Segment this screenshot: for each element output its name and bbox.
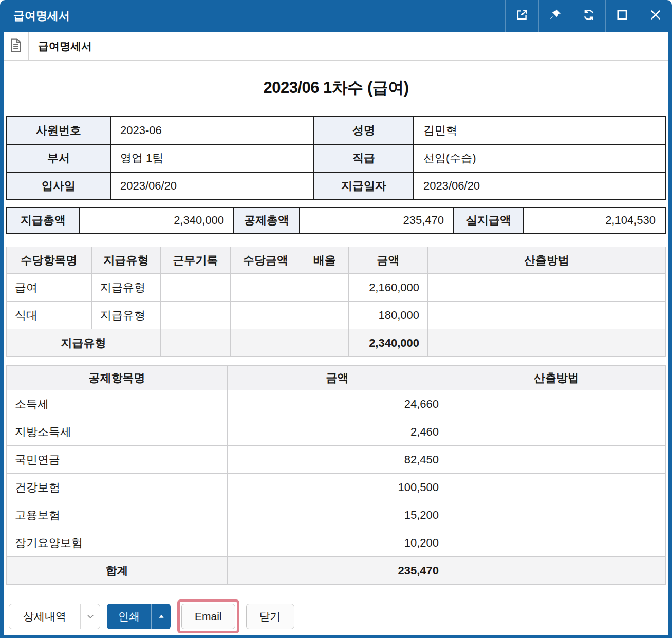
allowance-record [161, 302, 231, 329]
email-button-highlight: Email [177, 599, 239, 633]
allowance-method [428, 329, 666, 357]
refresh-button[interactable] [572, 0, 605, 32]
info-label: 지급일자 [314, 172, 414, 200]
allowance-amount-base [231, 274, 301, 302]
allowance-amount-base [231, 302, 301, 329]
info-label: 입사일 [7, 172, 110, 200]
deduction-name: 소득세 [7, 390, 228, 418]
allowance-type: 지급유형 [92, 274, 161, 302]
info-value: 2023/06/20 [414, 172, 665, 200]
bottom-toolbar: 상세내역 인쇄 Email 닫기 [4, 597, 668, 635]
detail-select-value: 상세내역 [9, 604, 80, 629]
deduction-name: 장기요양보험 [7, 529, 228, 557]
summary-table: 지급총액 2,340,000 공제총액 235,470 실지급액 2,104,5… [6, 207, 666, 234]
refresh-icon [582, 8, 595, 24]
employee-info-table: 사원번호 2023-06 성명 김민혁 부서 영업 1팀 직급 선임(수습) 입… [6, 116, 666, 200]
allowance-amount: 180,000 [349, 302, 428, 329]
allowances-total-amount: 2,340,000 [349, 329, 428, 357]
maximize-button[interactable] [605, 0, 639, 32]
column-header: 금액 [228, 366, 447, 390]
summary-value: 235,470 [300, 208, 454, 233]
column-header: 수당항목명 [7, 247, 92, 274]
column-header: 금액 [349, 247, 428, 274]
allowance-type: 지급유형 [92, 302, 161, 329]
info-label: 부서 [7, 144, 110, 172]
summary-label: 실지급액 [454, 208, 524, 233]
info-value: 2023-06 [110, 117, 314, 144]
popout-button[interactable] [505, 0, 538, 32]
deduction-method [447, 501, 666, 529]
allowances-table: 수당항목명 지급유형 근무기록 수당금액 배율 금액 산출방법 급여 지급유형 … [6, 247, 666, 357]
allowance-method [428, 302, 666, 329]
allowance-name: 식대 [7, 302, 92, 329]
info-value: 선임(수습) [414, 144, 665, 172]
table-row: 건강보험 100,500 [7, 474, 666, 501]
table-row: 지급총액 2,340,000 공제총액 235,470 실지급액 2,104,5… [7, 208, 665, 233]
title-bar: 급여명세서 [0, 0, 672, 32]
deductions-total-amount: 235,470 [228, 557, 447, 585]
info-value: 김민혁 [414, 117, 665, 144]
allowance-method [428, 274, 666, 302]
payslip-content: 2023/06 1차수 (급여) 사원번호 2023-06 성명 김민혁 부서 … [4, 61, 668, 597]
deduction-method [447, 474, 666, 501]
deduction-name: 건강보험 [7, 474, 228, 501]
email-button[interactable]: Email [181, 604, 235, 629]
table-header-row: 수당항목명 지급유형 근무기록 수당금액 배율 금액 산출방법 [7, 247, 666, 274]
tab-payslip[interactable]: 급여명세서 [29, 32, 92, 60]
close-button[interactable] [639, 0, 672, 32]
deduction-method [447, 557, 666, 585]
allowance-name: 급여 [7, 274, 92, 302]
deductions-total-row: 합계 235,470 [7, 557, 666, 585]
allowance-record [161, 274, 231, 302]
detail-select[interactable]: 상세내역 [9, 604, 100, 629]
table-row: 소득세 24,660 [7, 390, 666, 418]
summary-value: 2,104,530 [524, 208, 665, 233]
deduction-amount: 82,450 [228, 446, 447, 474]
table-row: 급여 지급유형 2,160,000 [7, 274, 666, 302]
allowance-rate [301, 302, 349, 329]
document-icon [9, 38, 23, 54]
maximize-icon [615, 8, 629, 24]
table-row: 지방소득세 2,460 [7, 418, 666, 446]
column-header: 공제항목명 [7, 366, 228, 390]
deduction-amount: 15,200 [228, 501, 447, 529]
tab-icon-box [4, 32, 29, 60]
column-header: 산출방법 [428, 247, 666, 274]
column-header: 배율 [301, 247, 349, 274]
tab-bar: 급여명세서 [4, 32, 668, 61]
table-row: 입사일 2023/06/20 지급일자 2023/06/20 [7, 172, 665, 200]
chevron-down-icon [80, 604, 100, 629]
info-value: 영업 1팀 [110, 144, 314, 172]
info-label: 사원번호 [7, 117, 110, 144]
info-label: 직급 [314, 144, 414, 172]
summary-value: 2,340,000 [80, 208, 234, 233]
deduction-name: 지방소득세 [7, 418, 228, 446]
deduction-name: 고용보험 [7, 501, 228, 529]
open-in-new-window-icon [515, 8, 529, 24]
allowance-rate [301, 274, 349, 302]
page-title: 2023/06 1차수 (급여) [6, 77, 666, 99]
deduction-method [447, 418, 666, 446]
info-value: 2023/06/20 [110, 172, 314, 200]
table-row: 식대 지급유형 180,000 [7, 302, 666, 329]
deduction-method [447, 529, 666, 557]
table-row: 부서 영업 1팀 직급 선임(수습) [7, 144, 665, 172]
column-header: 수당금액 [231, 247, 301, 274]
pin-button[interactable] [538, 0, 572, 32]
table-header-row: 공제항목명 금액 산출방법 [7, 366, 666, 390]
close-icon [649, 8, 662, 24]
column-header: 지급유형 [92, 247, 161, 274]
window-title: 급여명세서 [0, 0, 505, 32]
table-row: 국민연금 82,450 [7, 446, 666, 474]
table-row: 고용보험 15,200 [7, 501, 666, 529]
payslip-window: 급여명세서 [0, 0, 672, 638]
print-button[interactable]: 인쇄 [107, 604, 171, 629]
deduction-amount: 100,500 [228, 474, 447, 501]
close-dialog-button[interactable]: 닫기 [246, 604, 294, 629]
summary-label: 공제총액 [234, 208, 300, 233]
deductions-table: 공제항목명 금액 산출방법 소득세 24,660 지방소득세 2,460 국민연… [6, 365, 666, 585]
deduction-name: 국민연금 [7, 446, 228, 474]
allowance-rate [301, 329, 349, 357]
window-body: 급여명세서 2023/06 1차수 (급여) 사원번호 2023-06 성명 김… [0, 32, 672, 635]
allowances-total-label: 지급유형 [7, 329, 161, 357]
